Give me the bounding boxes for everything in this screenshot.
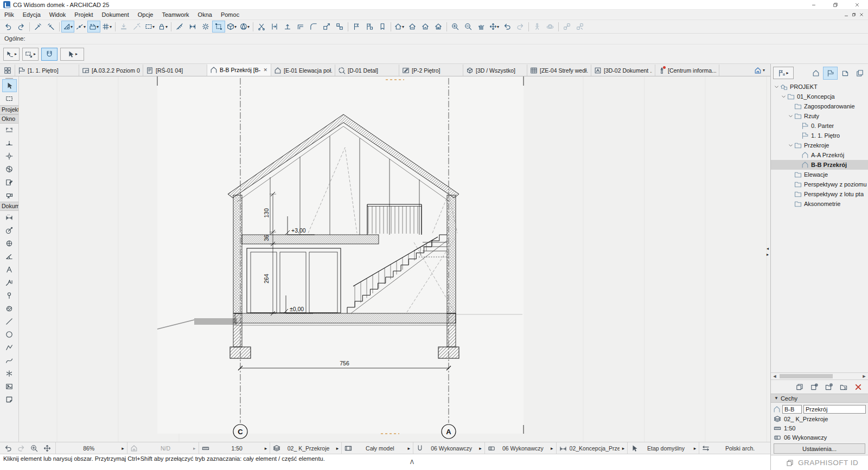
pan-button[interactable] xyxy=(475,21,488,33)
scroll-track[interactable] xyxy=(778,374,860,379)
tree-item[interactable]: Aksonometrie xyxy=(771,199,868,209)
dropdown-arrow-icon[interactable]: ▾ xyxy=(152,24,155,29)
marquee-tool-button[interactable] xyxy=(2,92,17,105)
expand-arrow-icon[interactable]: ▸ xyxy=(479,446,482,451)
tree-item[interactable]: 01_Koncepcja xyxy=(771,92,868,101)
status-section-9[interactable]: Polski arch. xyxy=(699,442,770,454)
status-section-4[interactable]: Cały model▸ xyxy=(341,442,413,454)
minimize-button[interactable] xyxy=(803,0,825,10)
expand-arrow-icon[interactable]: ▸ xyxy=(407,446,410,451)
snap-guides-button[interactable]: ▾ xyxy=(61,21,74,33)
multiply-button[interactable] xyxy=(333,21,346,33)
interior-elevation-tool-button[interactable] xyxy=(2,150,17,163)
layer-combination-row[interactable]: 02_ K_Przekroje xyxy=(771,414,868,423)
tab-5[interactable]: [D-01 Detal] xyxy=(335,65,399,76)
toolbox-header[interactable]: Okno xyxy=(0,114,19,124)
pickup-parameters-button[interactable] xyxy=(31,21,44,33)
label-tool-button[interactable] xyxy=(2,276,17,289)
flag-detail-button[interactable] xyxy=(363,21,376,33)
tree-item[interactable]: Perspektywy z poziomu xyxy=(771,179,868,189)
add-clone-button[interactable] xyxy=(838,382,849,392)
tab-4[interactable]: [E-01 Elewacja poł... xyxy=(271,65,335,76)
tree-item[interactable]: B-B Przekrój xyxy=(771,160,868,170)
chevron-down-icon[interactable] xyxy=(780,94,787,100)
doc-close-icon[interactable] xyxy=(859,12,864,17)
scroll-right-icon[interactable]: ► xyxy=(860,374,868,379)
angle-dimension-tool-button[interactable] xyxy=(2,250,17,263)
coordinate-input-button[interactable]: ▾ xyxy=(87,21,100,33)
view-forward-button[interactable] xyxy=(514,21,527,33)
explode-button[interactable] xyxy=(199,21,212,33)
figure-tool-button[interactable] xyxy=(2,380,17,393)
tab-8[interactable]: [ZE-04 Strefy wedł... xyxy=(527,65,591,76)
corner-button[interactable] xyxy=(294,21,307,33)
dropdown-arrow-icon[interactable]: ▾ xyxy=(234,24,237,29)
tab-9[interactable]: [3D-02 Dokument ... xyxy=(591,65,655,76)
renovation-update-button[interactable] xyxy=(419,21,432,33)
hotspot2-tool-button[interactable] xyxy=(2,367,17,380)
orbit-button[interactable] xyxy=(544,21,557,33)
worksheet-tool-button[interactable] xyxy=(2,163,17,176)
dimension-guides-button[interactable] xyxy=(186,21,199,33)
scale-row[interactable]: 1:50 xyxy=(771,423,868,433)
text-tool-button[interactable] xyxy=(2,263,17,276)
tree-item[interactable]: Zagospodarowanie xyxy=(771,101,868,111)
graphisoft-id-footer[interactable]: GRAPHISOFT ID xyxy=(771,455,868,470)
dropdown-arrow-icon[interactable]: ▸ xyxy=(15,51,17,56)
restore-button[interactable] xyxy=(825,0,846,10)
suspend-groups-button[interactable]: ▾ xyxy=(156,21,169,33)
level-dimension-tool-button[interactable] xyxy=(2,237,17,250)
zoom-out-button[interactable] xyxy=(462,21,475,33)
tab-6[interactable]: [P-2 Piętro] xyxy=(399,65,463,76)
edit-selection-button[interactable] xyxy=(212,21,225,33)
dropdown-arrow-icon[interactable]: ▾ xyxy=(97,24,99,29)
optimal-zoom-button[interactable]: ▾ xyxy=(488,21,501,33)
dropdown-arrow-icon[interactable]: ▸ xyxy=(34,51,36,56)
close-tab-icon[interactable]: ✕ xyxy=(263,67,268,73)
tree-item[interactable]: Elewacje xyxy=(771,170,868,179)
tab-3[interactable]: B-B Przekrój [B-B P...✕ xyxy=(207,64,271,76)
dimension-tool-button[interactable] xyxy=(2,211,17,224)
guide-lines-button[interactable]: ▾ xyxy=(74,21,87,33)
solid-operations-button[interactable]: ▾ xyxy=(225,21,238,33)
tab-0[interactable]: [1. 1. Piętro] xyxy=(15,65,79,76)
marquee-preset-button[interactable]: ▸ xyxy=(22,48,39,61)
arrow-tool-button[interactable] xyxy=(2,79,17,92)
expand-arrow-icon[interactable]: ▸ xyxy=(622,446,625,451)
toolbox-header[interactable]: Projekt xyxy=(0,105,19,114)
hotspot-tool-button[interactable] xyxy=(2,289,17,302)
add-folder-button[interactable] xyxy=(824,382,834,392)
status-section-3[interactable]: 02_ K_Przekroje▸ xyxy=(270,442,341,454)
measure-button[interactable] xyxy=(173,21,186,33)
tree-item[interactable]: Perspektywy z lotu pta xyxy=(771,189,868,199)
camera-tool-button[interactable] xyxy=(2,189,17,202)
navigator-tab-2[interactable] xyxy=(838,67,852,80)
expand-arrow-icon[interactable]: ▸ xyxy=(193,446,196,451)
chevron-down-icon[interactable] xyxy=(787,143,794,149)
status-section-2[interactable]: 1:50▸ xyxy=(199,442,270,454)
line-tool-button[interactable] xyxy=(2,315,17,328)
menu-okna[interactable]: Okna xyxy=(194,11,216,18)
chevron-down-icon[interactable] xyxy=(787,113,794,119)
tree-item[interactable]: Rzuty xyxy=(771,111,868,121)
radial-dimension-tool-button[interactable] xyxy=(2,224,17,237)
status-section-6[interactable]: 06 Wykonawczy▸ xyxy=(484,442,556,454)
tree-item[interactable]: PROJEKT xyxy=(771,82,868,92)
zoom-in-button[interactable] xyxy=(449,21,462,33)
properties-header[interactable]: ▼ Cechy xyxy=(771,394,868,403)
delete-button[interactable] xyxy=(853,382,864,392)
expand-arrow-icon[interactable]: ▸ xyxy=(336,446,339,451)
navigator-tab-0[interactable] xyxy=(808,67,823,80)
undo-button[interactable] xyxy=(2,21,15,33)
zoom-in-button[interactable] xyxy=(28,443,40,454)
marquee-options-button[interactable]: ▾ xyxy=(143,21,156,33)
flag-button[interactable] xyxy=(350,21,363,33)
dropdown-arrow-icon[interactable]: ▾ xyxy=(497,24,499,29)
tree-item[interactable]: 0. Parter xyxy=(771,121,868,131)
detail-tool-button[interactable] xyxy=(2,176,17,189)
profile-manager-button[interactable]: ▾ xyxy=(238,21,251,33)
tree-item[interactable]: A-A Przekrój xyxy=(771,150,868,160)
settings-button[interactable]: Ustawienia... xyxy=(774,443,865,454)
dropdown-arrow-icon[interactable]: ▾ xyxy=(84,24,86,29)
spline-tool-button[interactable] xyxy=(2,354,17,367)
